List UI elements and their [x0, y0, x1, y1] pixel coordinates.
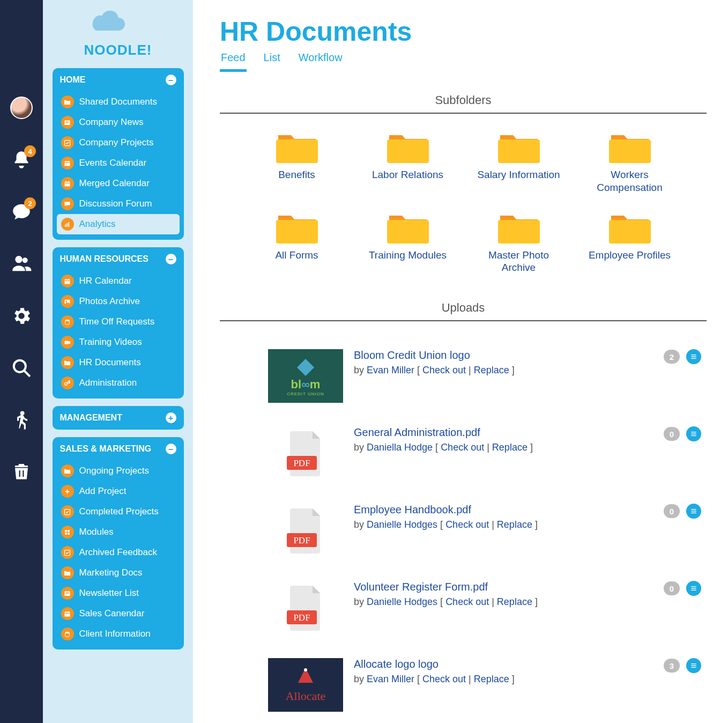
nav-item-label: Client Information: [79, 629, 151, 639]
nav-item-label: Events Calendar: [79, 158, 147, 168]
nav-item[interactable]: Ongoing Projects: [57, 461, 180, 481]
replace-link[interactable]: Replace: [474, 365, 509, 375]
nav-section-header[interactable]: SALES & MARKETING–: [53, 437, 184, 461]
nav-item[interactable]: Company Projects: [57, 132, 180, 153]
upload-menu-button[interactable]: [686, 658, 701, 673]
upload-actions: 2: [664, 349, 701, 364]
svg-rect-16: [66, 223, 68, 227]
pdf-icon[interactable]: PDF: [268, 581, 343, 635]
comment-count-badge[interactable]: 2: [664, 350, 680, 364]
svg-text:PDF: PDF: [293, 535, 310, 545]
upload-menu-button[interactable]: [686, 349, 701, 364]
upload-thumbnail[interactable]: Allocate: [268, 658, 343, 712]
nav-item[interactable]: Add Project: [57, 481, 180, 501]
replace-link[interactable]: Replace: [497, 519, 532, 530]
upload-user-link[interactable]: Evan Miller: [367, 674, 414, 684]
upload-menu-button[interactable]: [686, 426, 701, 441]
replace-link[interactable]: Replace: [474, 674, 509, 684]
checkout-link[interactable]: Check out: [445, 596, 489, 607]
nav-item[interactable]: Time Off Requests: [57, 312, 180, 332]
subfolder[interactable]: Employee Profiles: [580, 210, 680, 275]
subfolder[interactable]: Salary Information: [469, 130, 569, 194]
upload-actions: 3: [664, 658, 701, 673]
pdf-icon[interactable]: PDF: [268, 426, 343, 480]
nav-item[interactable]: Training Videos: [57, 332, 180, 352]
upload-user-link[interactable]: Danielle Hodges: [367, 519, 437, 530]
nav-item-label: Time Off Requests: [79, 316, 155, 327]
subfolder[interactable]: Master Photo Archive: [469, 210, 569, 275]
nav-item[interactable]: Administration: [57, 373, 180, 393]
upload-row: PDFGeneral Administration.pdfby Daniella…: [220, 415, 707, 492]
nav-item[interactable]: Newsletter List: [57, 583, 180, 603]
checkout-link[interactable]: Check out: [422, 674, 466, 684]
nav-section-header[interactable]: HUMAN RESOURCES–: [53, 247, 184, 271]
upload-title[interactable]: Bloom Credit Union logo: [354, 349, 653, 361]
tab-list[interactable]: List: [263, 48, 281, 72]
nav-item[interactable]: Analytics: [57, 214, 180, 234]
notifications-button[interactable]: 4: [10, 149, 33, 171]
activity-button[interactable]: [10, 409, 33, 431]
nav-item[interactable]: Shared Documents: [57, 92, 180, 112]
nav-item[interactable]: Completed Projects: [57, 501, 180, 522]
nav-item[interactable]: Marketing Docs: [57, 563, 180, 583]
replace-link[interactable]: Replace: [492, 442, 528, 453]
subfolder[interactable]: Training Modules: [358, 210, 458, 275]
checkout-link[interactable]: Check out: [422, 365, 466, 375]
subfolder[interactable]: Labor Relations: [358, 130, 458, 194]
nav-item-label: Analytics: [79, 219, 116, 230]
comment-count-badge[interactable]: 3: [664, 659, 680, 673]
nav-item[interactable]: Sales Canendar: [57, 603, 180, 624]
trash-button[interactable]: [10, 461, 33, 483]
tab-feed[interactable]: Feed: [220, 48, 247, 72]
upload-byline: by Daniella Hodge [ Check out | Replace …: [354, 442, 653, 453]
nav-item[interactable]: HR Calendar: [57, 271, 180, 291]
folder-label: Employee Profiles: [589, 249, 671, 262]
subfolder[interactable]: Benefits: [247, 130, 347, 194]
pdf-icon[interactable]: PDF: [268, 504, 343, 557]
replace-link[interactable]: Replace: [497, 596, 532, 607]
nav-item[interactable]: Merged Calendar: [57, 173, 180, 194]
upload-title[interactable]: Employee Handbook.pdf: [354, 504, 653, 516]
nav-item[interactable]: Discussion Forum: [57, 194, 180, 214]
avatar[interactable]: [10, 97, 33, 119]
upload-title[interactable]: Allocate logo logo: [354, 658, 653, 670]
message-count-badge: 2: [24, 197, 36, 209]
svg-rect-33: [68, 533, 70, 535]
checkout-link[interactable]: Check out: [445, 519, 489, 530]
comment-count-badge[interactable]: 0: [664, 427, 680, 441]
messages-button[interactable]: 2: [10, 201, 33, 223]
tab-workflow[interactable]: Workflow: [298, 48, 344, 72]
nav-item[interactable]: Company News: [57, 112, 180, 132]
checkout-link[interactable]: Check out: [441, 442, 484, 453]
folder-icon: [61, 95, 74, 108]
nav-section-header[interactable]: HOME–: [53, 68, 184, 92]
folder-label: Salary Information: [477, 168, 560, 181]
nav-item[interactable]: Modules: [57, 522, 180, 542]
comment-count-badge[interactable]: 0: [664, 581, 680, 595]
settings-button[interactable]: [10, 305, 33, 327]
search-button[interactable]: [10, 357, 33, 379]
people-button[interactable]: [10, 253, 33, 275]
subfolder[interactable]: Workers Compensation: [580, 130, 680, 194]
upload-user-link[interactable]: Evan Miller: [367, 365, 414, 375]
upload-meta: Volunteer Register Form.pdfby Danielle H…: [354, 581, 653, 608]
nav-item[interactable]: Archived Feedback: [57, 542, 180, 563]
upload-thumbnail[interactable]: bl∞mCREDIT UNION: [268, 349, 343, 403]
upload-user-link[interactable]: Daniella Hodge: [367, 442, 433, 453]
subfolder[interactable]: All Forms: [247, 210, 347, 275]
svg-rect-69: [691, 667, 696, 668]
upload-menu-button[interactable]: [686, 581, 701, 596]
nav-section-header[interactable]: MANAGEMENT+: [53, 406, 184, 430]
nav-item-label: Company News: [79, 117, 144, 128]
upload-user-link[interactable]: Danielle Hodges: [367, 596, 437, 607]
nav-section: MANAGEMENT+: [53, 406, 184, 430]
comment-count-badge[interactable]: 0: [664, 504, 680, 518]
nav-item[interactable]: Client Information: [57, 624, 180, 644]
svg-rect-51: [691, 432, 696, 432]
nav-item[interactable]: Events Calendar: [57, 153, 180, 173]
nav-item[interactable]: HR Documents: [57, 352, 180, 373]
upload-menu-button[interactable]: [686, 504, 701, 519]
upload-title[interactable]: Volunteer Register Form.pdf: [354, 581, 653, 593]
nav-item[interactable]: Photos Archive: [57, 291, 180, 312]
upload-title[interactable]: General Administration.pdf: [354, 426, 653, 439]
